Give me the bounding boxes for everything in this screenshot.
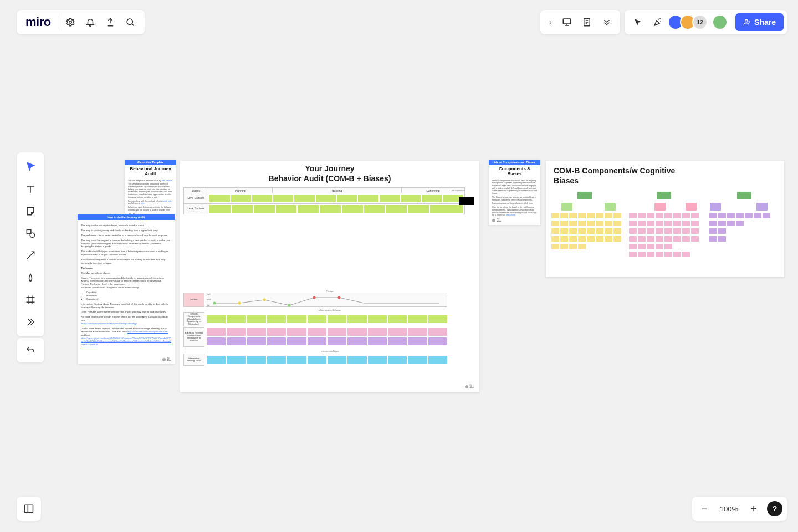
sticky[interactable] (596, 221, 603, 226)
select-tool[interactable] (17, 156, 44, 178)
sticky[interactable] (560, 213, 568, 218)
zoom-out-button[interactable]: − (697, 501, 712, 516)
sticky[interactable] (364, 205, 385, 213)
sticky[interactable] (388, 337, 407, 345)
sticky[interactable] (709, 221, 717, 226)
sticky[interactable] (754, 213, 761, 218)
sticky[interactable] (298, 205, 319, 213)
sticky[interactable] (745, 213, 753, 218)
sticky[interactable] (328, 337, 346, 345)
sticky[interactable] (342, 205, 363, 213)
sticky[interactable] (718, 228, 726, 234)
avatar-count[interactable]: 12 (692, 14, 708, 30)
about-template-link2[interactable]: here (141, 202, 145, 204)
sticky[interactable] (718, 213, 726, 218)
connector-tool[interactable] (17, 244, 44, 267)
sticky[interactable] (368, 315, 387, 323)
sticky[interactable] (629, 221, 637, 226)
sticky[interactable] (638, 228, 646, 234)
sticky[interactable] (605, 221, 612, 226)
sticky[interactable] (207, 315, 226, 323)
sticky[interactable] (428, 328, 447, 336)
sticky[interactable] (551, 228, 559, 234)
sticky[interactable] (551, 236, 559, 242)
biases-strip-1[interactable] (207, 328, 447, 336)
sticky-heading[interactable] (686, 203, 697, 211)
tag-capability[interactable] (577, 192, 592, 200)
sticky[interactable] (763, 213, 770, 218)
sticky[interactable] (629, 213, 637, 218)
biases-strip-2[interactable] (207, 337, 447, 345)
sticky[interactable] (560, 236, 568, 242)
l1-actions-strip[interactable] (208, 193, 464, 203)
sticky[interactable] (656, 252, 663, 257)
sticky-heading[interactable] (756, 203, 768, 211)
comb-strip[interactable] (207, 315, 447, 323)
friction-chart[interactable] (206, 293, 447, 307)
sticky[interactable] (682, 213, 690, 218)
sticky[interactable] (656, 213, 663, 218)
sticky[interactable] (647, 244, 654, 249)
sticky[interactable] (347, 356, 366, 364)
sticky[interactable] (664, 213, 672, 218)
reactions-button[interactable] (648, 12, 668, 32)
tag-opportunity[interactable] (737, 192, 751, 200)
sticky[interactable] (380, 195, 400, 202)
sticky[interactable] (227, 315, 245, 323)
settings-button[interactable] (60, 12, 80, 32)
sticky[interactable] (328, 315, 346, 323)
sticky[interactable] (267, 337, 286, 345)
sticky[interactable] (368, 328, 387, 336)
sticky[interactable] (207, 356, 226, 364)
frame-tool[interactable] (17, 289, 44, 311)
sticky[interactable] (736, 213, 744, 218)
sticky[interactable] (682, 252, 690, 257)
sticky[interactable] (254, 205, 275, 213)
howto-link2[interactable]: http://www.behaviourchangewheel.com/ (127, 330, 168, 333)
sticky[interactable] (629, 236, 637, 242)
sticky[interactable] (252, 195, 272, 202)
sticky[interactable] (368, 337, 387, 345)
sticky[interactable] (682, 221, 690, 226)
sticky[interactable] (227, 356, 245, 364)
sticky[interactable] (638, 236, 646, 242)
sticky[interactable] (247, 356, 266, 364)
sticky[interactable] (613, 213, 621, 218)
logo[interactable]: miro (21, 15, 55, 29)
sticky[interactable] (613, 228, 621, 234)
sticky[interactable] (209, 205, 231, 213)
sticky[interactable] (267, 328, 286, 336)
sticky[interactable] (664, 244, 672, 249)
sticky[interactable] (578, 228, 586, 234)
sticky[interactable] (673, 228, 681, 234)
sticky[interactable] (227, 337, 245, 345)
sticky[interactable] (287, 315, 306, 323)
sticky-heading[interactable] (561, 203, 572, 211)
sticky[interactable] (638, 252, 646, 257)
sticky[interactable] (736, 221, 744, 226)
sticky-heading[interactable] (654, 203, 666, 211)
sticky[interactable] (569, 221, 577, 226)
sticky[interactable] (247, 337, 266, 345)
sticky[interactable] (551, 244, 559, 249)
components-link[interactable]: check here (506, 214, 515, 216)
sticky[interactable] (596, 228, 603, 234)
sticky[interactable] (422, 195, 442, 202)
notifications-button[interactable] (80, 12, 100, 32)
sticky[interactable] (596, 236, 603, 242)
tag-motivation[interactable] (657, 192, 671, 200)
sticky[interactable] (664, 252, 672, 257)
sticky-heading[interactable] (605, 203, 616, 211)
zoom-in-button[interactable]: + (746, 501, 761, 516)
sticky[interactable] (647, 221, 654, 226)
sticky[interactable] (569, 236, 577, 242)
sticky[interactable] (428, 356, 447, 364)
sticky[interactable] (560, 244, 568, 249)
sticky[interactable] (718, 221, 726, 226)
strategy-strip[interactable] (207, 356, 447, 364)
sticky[interactable] (629, 252, 637, 257)
sticky[interactable] (709, 213, 717, 218)
sticky[interactable] (347, 337, 366, 345)
sticky[interactable] (578, 236, 586, 242)
sticky[interactable] (337, 195, 357, 202)
